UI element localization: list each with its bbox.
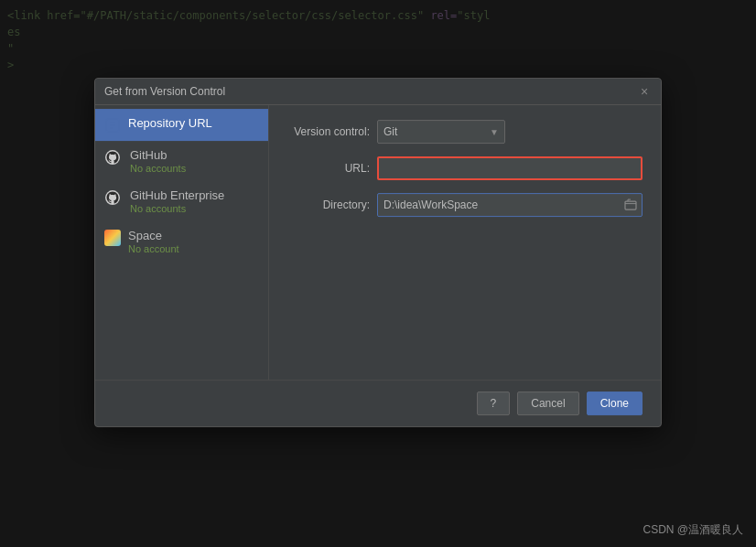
- dialog: Get from Version Control × Repository UR…: [94, 78, 662, 427]
- sidebar-item-text-space: Space No account: [128, 229, 179, 254]
- space-icon: [104, 230, 121, 246]
- sidebar-item-sublabel-github-enterprise: No accounts: [130, 203, 224, 214]
- sidebar-item-text-github: GitHub No accounts: [130, 148, 186, 174]
- sidebar-item-sublabel-space: No account: [128, 243, 179, 254]
- sidebar-item-label-space: Space: [128, 229, 179, 242]
- sidebar-item-github-enterprise[interactable]: GitHub Enterprise No accounts: [95, 181, 268, 221]
- url-input[interactable]: [377, 156, 643, 180]
- dialog-titlebar: Get from Version Control ×: [95, 79, 661, 105]
- url-input-wrapper: [377, 156, 643, 180]
- sidebar-item-repository-url[interactable]: Repository URL: [95, 109, 268, 141]
- url-label: URL:: [287, 162, 370, 175]
- sidebar-item-label-repository-url: Repository URL: [128, 116, 212, 130]
- version-control-value: Git: [383, 125, 397, 138]
- svg-rect-3: [625, 201, 636, 209]
- cancel-button[interactable]: Cancel: [517, 391, 578, 415]
- chevron-down-icon: ▼: [490, 127, 499, 137]
- directory-input[interactable]: [377, 193, 643, 217]
- close-button[interactable]: ×: [637, 84, 652, 99]
- sidebar-item-label-github: GitHub: [130, 148, 186, 162]
- sidebar-item-sublabel-github: No accounts: [130, 163, 186, 174]
- version-control-label: Version control:: [287, 125, 370, 138]
- dialog-title: Get from Version Control: [104, 85, 225, 98]
- github-enterprise-icon: [104, 189, 123, 208]
- directory-row: Directory:: [287, 193, 643, 217]
- directory-label: Directory:: [287, 198, 370, 211]
- dialog-footer: ? Cancel Clone: [95, 380, 661, 426]
- github-icon: [104, 149, 123, 167]
- sidebar-item-space[interactable]: Space No account: [95, 221, 268, 262]
- repo-icon: [104, 117, 121, 134]
- sidebar-item-label-github-enterprise: GitHub Enterprise: [130, 188, 224, 202]
- sidebar-item-text-repository-url: Repository URL: [128, 116, 212, 130]
- sidebar-item-text-github-enterprise: GitHub Enterprise No accounts: [130, 188, 224, 214]
- version-control-dropdown[interactable]: Git ▼: [377, 120, 505, 144]
- browse-button[interactable]: [621, 195, 641, 215]
- sidebar: Repository URL GitHub No accounts: [95, 105, 269, 380]
- clone-button[interactable]: Clone: [587, 391, 643, 415]
- sidebar-item-github[interactable]: GitHub No accounts: [95, 141, 268, 181]
- url-row: URL:: [287, 156, 643, 180]
- version-control-row: Version control: Git ▼: [287, 120, 643, 144]
- directory-input-wrapper: [377, 193, 643, 217]
- dialog-body: Repository URL GitHub No accounts: [95, 105, 661, 380]
- help-button[interactable]: ?: [477, 391, 511, 415]
- content-area: Version control: Git ▼ URL: Directory:: [269, 105, 661, 380]
